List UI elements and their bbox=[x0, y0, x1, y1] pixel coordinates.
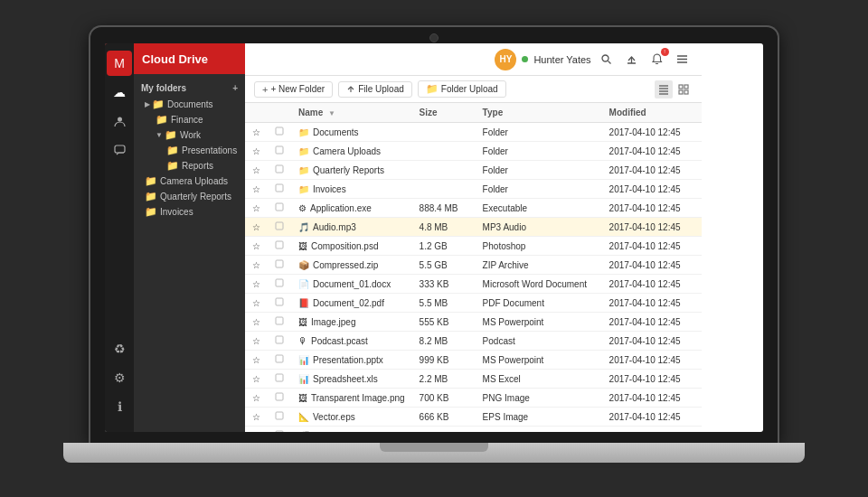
star-cell[interactable]: ☆ bbox=[245, 256, 268, 275]
table-row[interactable]: ☆ 📄 Document_01.docx 333 KB Microsoft Wo… bbox=[245, 275, 702, 294]
search-icon-btn[interactable] bbox=[597, 50, 617, 70]
checkbox-cell[interactable] bbox=[268, 427, 291, 433]
star-cell[interactable]: ☆ bbox=[245, 180, 268, 199]
name-cell[interactable]: 📊 Presentation.pptx bbox=[291, 351, 412, 370]
grid-view-btn[interactable] bbox=[675, 80, 693, 98]
table-row[interactable]: ☆ 📊 Spreadsheet.xls 2.2 MB MS Excel 2017… bbox=[245, 370, 702, 389]
checkbox-cell[interactable] bbox=[268, 408, 291, 427]
name-cell[interactable]: 📁 Invoices bbox=[291, 180, 412, 199]
table-row[interactable]: ☆ 🖼 Transparent Image.png 700 KB PNG Ima… bbox=[245, 389, 702, 408]
name-cell[interactable]: 📁 Documents bbox=[291, 123, 412, 142]
new-folder-btn[interactable]: + + New Folder bbox=[254, 81, 333, 98]
checkbox-cell[interactable] bbox=[268, 351, 291, 370]
table-row[interactable]: ☆ 📁 Documents Folder 2017-04-10 12:45 bbox=[245, 123, 702, 142]
table-row[interactable]: ☆ 🎙 Podcast.pcast 8.2 MB Podcast 2017-04… bbox=[245, 332, 702, 351]
cloud-sidebar-icon[interactable]: ☁ bbox=[107, 80, 132, 105]
checkbox-cell[interactable] bbox=[268, 123, 291, 142]
folder-upload-btn[interactable]: 📁 Folder Upload bbox=[418, 80, 506, 98]
table-row[interactable]: ☆ 🖼 Image.jpeg 555 KB MS Powerpoint 2017… bbox=[245, 313, 702, 332]
name-cell[interactable]: 🖼 Image.jpeg bbox=[291, 313, 412, 332]
tree-item-camera-uploads[interactable]: 📁 Camera Uploads bbox=[134, 173, 245, 189]
checkbox-cell[interactable] bbox=[268, 256, 291, 275]
tree-item-finance[interactable]: 📁 Finance bbox=[134, 112, 245, 127]
tree-item-invoices[interactable]: 📁 Invoices bbox=[134, 204, 245, 220]
star-cell[interactable]: ☆ bbox=[245, 370, 268, 389]
star-cell[interactable]: ☆ bbox=[245, 161, 268, 180]
checkbox-cell[interactable] bbox=[268, 275, 291, 294]
checkbox-cell[interactable] bbox=[268, 180, 291, 199]
table-row[interactable]: ☆ 📊 Presentation.pptx 999 KB MS Powerpoi… bbox=[245, 351, 702, 370]
comment-sidebar-icon[interactable] bbox=[107, 137, 132, 163]
star-cell[interactable]: ☆ bbox=[245, 199, 268, 218]
name-cell[interactable]: 🎬 Video.avi bbox=[291, 427, 412, 433]
star-cell[interactable]: ☆ bbox=[245, 218, 268, 237]
list-view-btn[interactable] bbox=[655, 80, 673, 98]
table-row[interactable]: ☆ 📁 Quarterly Reports Folder 2017-04-10 … bbox=[245, 161, 702, 180]
col-modified[interactable]: Modified bbox=[602, 103, 702, 123]
table-row[interactable]: ☆ 📁 Camera Uploads Folder 2017-04-10 12:… bbox=[245, 142, 702, 161]
table-row[interactable]: ☆ ⚙ Application.exe 888.4 MB Executable … bbox=[245, 199, 702, 218]
tree-item-presentations[interactable]: 📁 Presentations bbox=[134, 143, 245, 158]
tree-item-documents[interactable]: ▶ 📁 Documents bbox=[134, 97, 245, 112]
checkbox-cell[interactable] bbox=[268, 237, 291, 256]
checkbox-cell[interactable] bbox=[268, 161, 291, 180]
table-row[interactable]: ☆ 📦 Compressed.zip 5.5 GB ZIP Archive 20… bbox=[245, 256, 702, 275]
table-row[interactable]: ☆ 🖼 Composition.psd 1.2 GB Photoshop 201… bbox=[245, 237, 702, 256]
name-cell[interactable]: 📊 Spreadsheet.xls bbox=[291, 370, 412, 389]
name-cell[interactable]: 📁 Quarterly Reports bbox=[291, 161, 412, 180]
checkbox-cell[interactable] bbox=[268, 142, 291, 161]
name-cell[interactable]: 🖼 Transparent Image.png bbox=[291, 389, 412, 408]
star-cell[interactable]: ☆ bbox=[245, 237, 268, 256]
tree-item-quarterly-reports[interactable]: 📁 Quarterly Reports bbox=[134, 189, 245, 204]
star-cell[interactable]: ☆ bbox=[245, 294, 268, 313]
checkbox-cell[interactable] bbox=[268, 294, 291, 313]
svg-rect-28 bbox=[276, 298, 283, 305]
upload-icon-btn[interactable] bbox=[622, 50, 642, 70]
user-sidebar-icon[interactable] bbox=[107, 108, 132, 134]
name-cell[interactable]: 📕 Document_02.pdf bbox=[291, 294, 412, 313]
star-cell[interactable]: ☆ bbox=[245, 332, 268, 351]
table-row[interactable]: ☆ 📕 Document_02.pdf 5.5 MB PDF Document … bbox=[245, 294, 702, 313]
star-cell[interactable]: ☆ bbox=[245, 389, 268, 408]
tree-item-reports[interactable]: 📁 Reports bbox=[134, 158, 245, 173]
settings-sidebar-icon[interactable]: ⚙ bbox=[107, 365, 132, 390]
recycle-sidebar-icon[interactable]: ♻ bbox=[107, 336, 132, 361]
table-row[interactable]: ☆ 📐 Vector.eps 666 KB EPS Image 2017-04-… bbox=[245, 408, 702, 427]
name-cell[interactable]: 📦 Compressed.zip bbox=[291, 256, 412, 275]
star-cell[interactable]: ☆ bbox=[245, 408, 268, 427]
name-cell[interactable]: 📐 Vector.eps bbox=[291, 408, 412, 427]
col-type[interactable]: Type bbox=[476, 103, 602, 123]
name-cell[interactable]: 📁 Camera Uploads bbox=[291, 142, 412, 161]
add-folder-btn[interactable]: + bbox=[232, 83, 238, 93]
col-size[interactable]: Size bbox=[412, 103, 476, 123]
table-row[interactable]: ☆ 🎵 Audio.mp3 4.8 MB MP3 Audio 2017-04-1… bbox=[245, 218, 702, 237]
name-cell[interactable]: ⚙ Application.exe bbox=[291, 199, 412, 218]
star-cell[interactable]: ☆ bbox=[245, 142, 268, 161]
name-cell[interactable]: 🎙 Podcast.pcast bbox=[291, 332, 412, 351]
star-cell[interactable]: ☆ bbox=[245, 427, 268, 433]
name-cell[interactable]: 📄 Document_01.docx bbox=[291, 275, 412, 294]
checkbox-cell[interactable] bbox=[268, 218, 291, 237]
checkbox-cell[interactable] bbox=[268, 370, 291, 389]
tree-item-work[interactable]: ▼ 📁 Work bbox=[134, 127, 245, 143]
menu-icon-btn[interactable] bbox=[673, 50, 693, 70]
checkbox-cell[interactable] bbox=[268, 313, 291, 332]
table-row[interactable]: ☆ 📁 Invoices Folder 2017-04-10 12:45 bbox=[245, 180, 702, 199]
file-upload-btn[interactable]: File Upload bbox=[338, 81, 412, 98]
m-icon[interactable]: M bbox=[107, 51, 132, 76]
star-cell[interactable]: ☆ bbox=[245, 123, 268, 142]
star-cell[interactable]: ☆ bbox=[245, 275, 268, 294]
checkbox-cell[interactable] bbox=[268, 332, 291, 351]
svg-rect-31 bbox=[276, 355, 283, 362]
name-cell[interactable]: 🎵 Audio.mp3 bbox=[291, 218, 412, 237]
star-cell[interactable]: ☆ bbox=[245, 351, 268, 370]
checkbox-cell[interactable] bbox=[268, 199, 291, 218]
info-sidebar-icon[interactable]: ℹ bbox=[107, 394, 132, 419]
avatar: HY bbox=[495, 49, 516, 70]
col-name[interactable]: Name ▼ bbox=[291, 103, 412, 123]
table-row[interactable]: ☆ 🎬 Video.avi 4.4 GB A/V Interleave 2017… bbox=[245, 427, 702, 433]
star-cell[interactable]: ☆ bbox=[245, 313, 268, 332]
name-cell[interactable]: 🖼 Composition.psd bbox=[291, 237, 412, 256]
notification-icon-btn[interactable]: ! bbox=[647, 50, 667, 70]
checkbox-cell[interactable] bbox=[268, 389, 291, 408]
